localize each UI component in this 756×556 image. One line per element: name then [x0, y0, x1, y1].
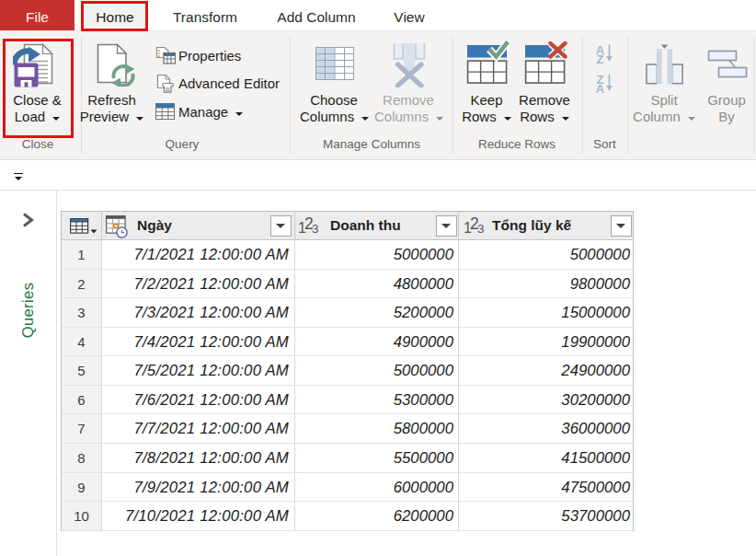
svg-text:A: A	[596, 82, 605, 95]
svg-text:Z: Z	[597, 52, 604, 66]
